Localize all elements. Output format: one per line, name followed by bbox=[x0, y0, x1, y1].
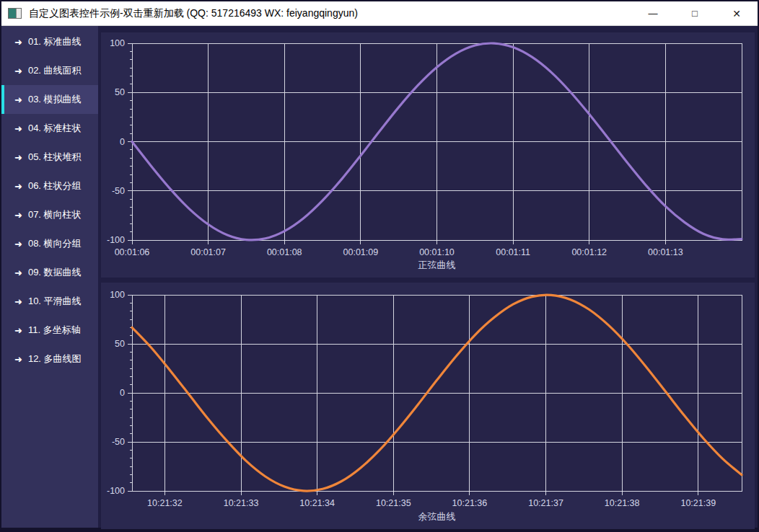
chart-panel[interactable]: 100500-50-10000:01:0600:01:0700:01:0800:… bbox=[98, 26, 758, 528]
app-icon-light-pane bbox=[17, 9, 21, 18]
y-tick-label: -100 bbox=[107, 235, 125, 245]
app-window: 自定义图表控件示例-双击重新加载 (QQ: 517216493 WX: feiy… bbox=[0, 0, 759, 532]
x-tick-label: 00:01:06 bbox=[115, 247, 150, 257]
titlebar[interactable]: 自定义图表控件示例-双击重新加载 (QQ: 517216493 WX: feiy… bbox=[1, 1, 758, 26]
sidebar-item-04[interactable]: ➜04. 标准柱状 bbox=[1, 114, 98, 143]
x-tick-label: 00:01:07 bbox=[190, 247, 226, 257]
arrow-icon: ➜ bbox=[14, 181, 22, 192]
y-tick-label: 0 bbox=[120, 137, 125, 147]
minimize-button[interactable]: — bbox=[632, 1, 674, 25]
window-controls: — □ ✕ bbox=[632, 1, 758, 25]
sidebar-item-10[interactable]: ➜10. 平滑曲线 bbox=[1, 287, 98, 316]
x-tick-label: 00:01:09 bbox=[343, 247, 379, 257]
sidebar-item-02[interactable]: ➜02. 曲线面积 bbox=[1, 56, 98, 85]
x-tick-label: 10:21:34 bbox=[299, 498, 335, 508]
arrow-icon: ➜ bbox=[14, 239, 22, 249]
chart-canvas: 100500-50-10010:21:3210:21:3310:21:3410:… bbox=[101, 283, 755, 526]
sine-chart: 100500-50-10000:01:0600:01:0700:01:0800:… bbox=[101, 32, 755, 278]
x-tick-label: 10:21:39 bbox=[680, 498, 716, 508]
y-tick-label: 50 bbox=[115, 87, 125, 97]
arrow-icon: ➜ bbox=[14, 267, 22, 278]
x-tick-label: 00:01:11 bbox=[496, 247, 530, 257]
sidebar-item-12[interactable]: ➜12. 多曲线图 bbox=[1, 345, 98, 373]
x-tick-label: 00:01:10 bbox=[419, 247, 455, 257]
x-tick-label: 10:21:38 bbox=[605, 498, 640, 508]
close-button[interactable]: ✕ bbox=[716, 1, 758, 25]
sidebar-item-01[interactable]: ➜01. 标准曲线 bbox=[1, 27, 98, 56]
sidebar-item-08[interactable]: ➜08. 横向分组 bbox=[1, 229, 98, 258]
x-tick-label: 10:21:36 bbox=[452, 498, 488, 508]
axis-title: 余弦曲线 bbox=[418, 511, 456, 522]
x-tick-label: 10:21:33 bbox=[224, 498, 259, 508]
sidebar-item-label: 01. 标准曲线 bbox=[28, 35, 82, 48]
sidebar-item-11[interactable]: ➜11. 多坐标轴 bbox=[1, 316, 98, 345]
sidebar-item-label: 02. 曲线面积 bbox=[28, 64, 82, 77]
arrow-icon: ➜ bbox=[14, 123, 22, 134]
sidebar-item-label: 03. 模拟曲线 bbox=[28, 93, 82, 106]
sidebar-item-06[interactable]: ➜06. 柱状分组 bbox=[1, 172, 98, 200]
maximize-button[interactable]: □ bbox=[674, 1, 716, 25]
arrow-icon: ➜ bbox=[14, 354, 22, 365]
sidebar-item-label: 09. 数据曲线 bbox=[28, 266, 82, 279]
app-icon bbox=[8, 8, 22, 19]
y-tick-label: 50 bbox=[115, 339, 125, 349]
sidebar: ➜01. 标准曲线➜02. 曲线面积➜03. 模拟曲线➜04. 标准柱状➜05.… bbox=[1, 26, 98, 528]
sidebar-item-label: 12. 多曲线图 bbox=[28, 353, 82, 365]
sidebar-item-09[interactable]: ➜09. 数据曲线 bbox=[1, 258, 98, 287]
x-tick-label: 00:01:13 bbox=[648, 247, 683, 257]
arrow-icon: ➜ bbox=[14, 66, 22, 76]
y-tick-label: 100 bbox=[110, 38, 125, 48]
sidebar-item-label: 06. 柱状分组 bbox=[28, 179, 82, 192]
sidebar-item-label: 10. 平滑曲线 bbox=[28, 295, 82, 308]
x-tick-label: 00:01:12 bbox=[571, 247, 607, 257]
x-tick-label: 00:01:08 bbox=[267, 247, 302, 257]
sidebar-item-label: 11. 多坐标轴 bbox=[28, 324, 81, 337]
arrow-icon: ➜ bbox=[14, 325, 22, 336]
y-tick-label: -50 bbox=[112, 437, 125, 447]
axis-title: 正弦曲线 bbox=[418, 260, 456, 270]
arrow-icon: ➜ bbox=[14, 210, 22, 221]
window-title: 自定义图表控件示例-双击重新加载 (QQ: 517216493 WX: feiy… bbox=[29, 7, 358, 20]
sidebar-item-label: 05. 柱状堆积 bbox=[28, 151, 82, 164]
y-tick-label: -100 bbox=[107, 486, 125, 496]
arrow-icon: ➜ bbox=[14, 152, 22, 163]
y-tick-label: 0 bbox=[120, 388, 125, 398]
cosine-chart: 100500-50-10010:21:3210:21:3310:21:3410:… bbox=[101, 283, 755, 529]
sidebar-item-label: 04. 标准柱状 bbox=[28, 122, 82, 135]
x-tick-label: 10:21:37 bbox=[528, 498, 563, 508]
sidebar-item-label: 08. 横向分组 bbox=[28, 237, 82, 250]
y-tick-label: -50 bbox=[112, 186, 125, 196]
chart-canvas: 100500-50-10000:01:0600:01:0700:01:0800:… bbox=[101, 32, 755, 275]
y-tick-label: 100 bbox=[110, 290, 125, 300]
arrow-icon: ➜ bbox=[14, 296, 22, 307]
x-tick-label: 10:21:32 bbox=[147, 498, 183, 508]
arrow-icon: ➜ bbox=[14, 37, 22, 48]
sidebar-item-label: 07. 横向柱状 bbox=[28, 208, 82, 221]
sidebar-item-07[interactable]: ➜07. 横向柱状 bbox=[1, 200, 98, 229]
sidebar-item-03[interactable]: ➜03. 模拟曲线 bbox=[1, 85, 98, 114]
main-area: ➜01. 标准曲线➜02. 曲线面积➜03. 模拟曲线➜04. 标准柱状➜05.… bbox=[1, 26, 758, 528]
app-icon-teal-pane bbox=[9, 9, 17, 18]
x-tick-label: 10:21:35 bbox=[376, 498, 411, 508]
arrow-icon: ➜ bbox=[14, 94, 22, 105]
sidebar-item-05[interactable]: ➜05. 柱状堆积 bbox=[1, 143, 98, 172]
